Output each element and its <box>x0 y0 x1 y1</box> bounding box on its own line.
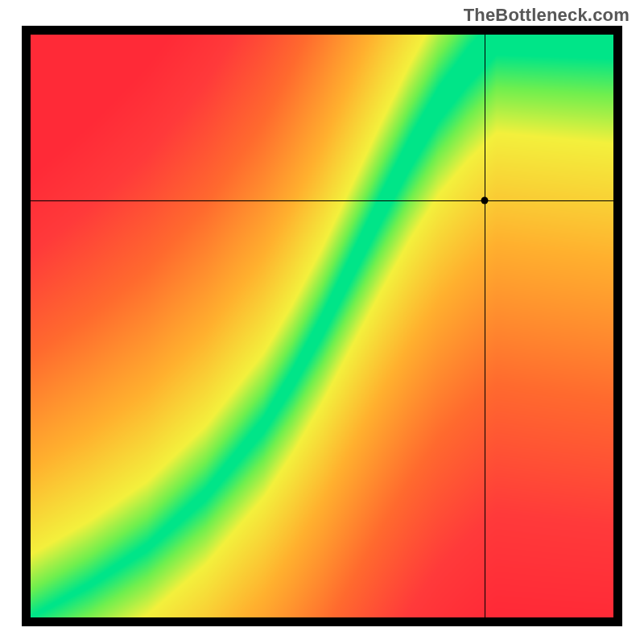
crosshair-horizontal <box>31 200 613 201</box>
crosshair-marker-dot <box>481 197 488 204</box>
watermark-text: TheBottleneck.com <box>464 5 630 26</box>
crosshair-vertical <box>485 35 485 617</box>
chart-frame <box>22 26 622 626</box>
bottleneck-heatmap <box>31 35 613 617</box>
